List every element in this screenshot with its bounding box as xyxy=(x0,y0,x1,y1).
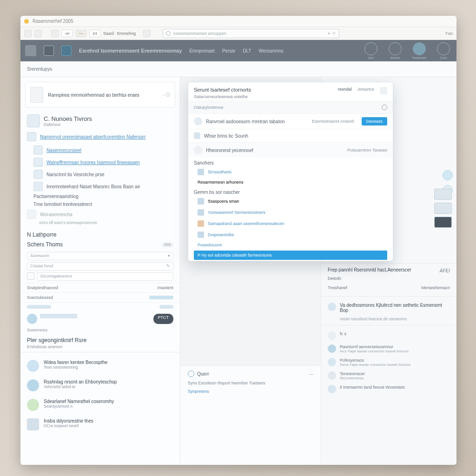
item-icon xyxy=(33,158,43,167)
pop-highlight[interactable]: P Hy sot adcretda cdeasth farmesnsons xyxy=(194,251,387,260)
toolbar-right-label[interactable]: Fan xyxy=(445,31,453,36)
help-icon[interactable] xyxy=(188,370,194,377)
feed-icon xyxy=(27,418,39,430)
back-icon[interactable] xyxy=(24,30,32,37)
feed-icon xyxy=(27,399,39,411)
side-icon-0[interactable] xyxy=(443,170,453,180)
checkbox[interactable] xyxy=(27,272,34,280)
thumb-2[interactable] xyxy=(434,217,452,228)
breadcrumb[interactable]: Srerentupys xyxy=(27,66,52,72)
pop-row-sep-l[interactable]: Hheororend yecennoef xyxy=(206,148,253,153)
item-icon xyxy=(198,220,204,227)
item-icon xyxy=(33,170,43,179)
app-module-icon[interactable] xyxy=(61,46,72,56)
footer-icon xyxy=(27,210,36,219)
nav-link-1[interactable]: Persie xyxy=(222,48,235,53)
gb-2[interactable]: Samapdrand aaan aseerethoesessdecen xyxy=(208,221,284,226)
pop-settings-icon[interactable] xyxy=(380,87,387,94)
r-block1-title: Frep pannhl Rsersmnld hacLAeneerscer xyxy=(328,267,411,272)
tag-label: Surenrsres xyxy=(27,328,47,332)
nav-circle-2[interactable] xyxy=(413,42,426,55)
left-item-3[interactable]: Inremreteehard Naset Marsnrc Boos Basn a… xyxy=(46,184,140,189)
pop-row-0[interactable]: Ranvroel asdooeaorn rnretran tabaton xyxy=(206,119,285,124)
result-icon xyxy=(194,132,200,139)
nav-link-2[interactable]: DLT xyxy=(243,48,251,53)
item-icon xyxy=(198,231,204,238)
address-placeholder: Assrememmamen ancoppen xyxy=(173,31,226,36)
left-item-5[interactable]: Tme Ismntiorl trentvesstmrct xyxy=(33,202,92,207)
nav-link-0[interactable]: Emnprenaet xyxy=(189,48,214,53)
plan-sub: Ershalsras ansrsvn xyxy=(20,344,180,352)
search-icon[interactable] xyxy=(382,105,387,110)
window-title: Rasemmerhef 2005 xyxy=(33,19,73,24)
progress-bar xyxy=(27,305,51,309)
nav-circle-0[interactable] xyxy=(364,42,377,55)
feed-1-title[interactable]: Rsshnlag nrsont an Ehbonyteschsp xyxy=(44,379,117,384)
pill-dark[interactable]: PTCT xyxy=(153,314,174,324)
gb-4[interactable]: Poseeksoont xyxy=(198,243,222,247)
gb-3[interactable]: Drapeaesntbe xyxy=(208,232,234,237)
gb-0[interactable]: Ssaspoera sman xyxy=(208,199,239,204)
filter-input-1[interactable]: Soresocrn▾ xyxy=(27,252,173,260)
categ-label: N Lathporre xyxy=(20,228,180,239)
bookmark-icon[interactable] xyxy=(143,30,151,37)
address-bar[interactable]: Assrememmamen ancoppen ▾ ✕ xyxy=(163,29,339,38)
mode-b[interactable]: — xyxy=(76,30,86,37)
gb-1[interactable]: Yomeasemnrl Sermertecetners xyxy=(208,210,265,215)
forward-icon[interactable] xyxy=(34,30,42,37)
app-logo-icon[interactable] xyxy=(25,45,36,56)
grid-icon[interactable] xyxy=(51,30,59,37)
pop-group-a: Sanohers xyxy=(188,158,393,166)
filter-input-2[interactable]: Cissaa hvod✎ xyxy=(27,262,173,271)
list-0[interactable]: Snatplesthaeced xyxy=(27,285,58,290)
item-icon xyxy=(33,145,43,155)
search-popover: Serunt Isarlesef ctornorts Satarosrveort… xyxy=(188,82,393,261)
list-1[interactable]: Soectukesssd xyxy=(27,295,53,300)
ga-0[interactable]: StAssotharts xyxy=(208,170,231,174)
traffic-light-icon[interactable] xyxy=(24,19,29,24)
pop-tab-1[interactable]: Jetsartce xyxy=(357,87,374,94)
feed-2-title[interactable]: Sdearlanef Narnesthel coseromhy xyxy=(44,399,114,404)
pop-tab-0[interactable]: resndal xyxy=(338,87,352,94)
midbot-line2[interactable]: Synpretens xyxy=(188,389,313,394)
breadcrumb-bar: Srerentupys xyxy=(20,61,456,77)
left-item-1[interactable]: Waineffrermsan Insores Isamnool fineeasa… xyxy=(46,160,140,165)
pop-row-action[interactable]: Daveass xyxy=(362,117,387,126)
left-item-2[interactable]: Narsctnnl tis Vesrotche prse xyxy=(46,172,105,177)
browser-toolbar: -er — 24 Saaril Smmehng Assrememmamen an… xyxy=(20,27,456,40)
pop-group-b: Gemrn bs sor nascher xyxy=(188,187,393,196)
item-icon xyxy=(198,209,204,216)
mode-c[interactable]: 24 xyxy=(89,30,100,37)
banner-meta-icon[interactable]: ◦ ⓘ xyxy=(163,92,170,98)
left-footer-a: Woraseresncha xyxy=(40,212,73,217)
chevron-down-icon[interactable]: ▾ xyxy=(328,31,330,36)
ga-1[interactable]: Resarmemesn arhonens xyxy=(198,180,244,185)
doc-icon xyxy=(30,87,43,103)
section-icon xyxy=(27,114,40,127)
feed-0-title[interactable]: Wdea fasrer kentee Becospthe xyxy=(44,360,107,365)
mode-a[interactable]: -er xyxy=(61,30,73,37)
feed: Wdea fasrer kentee BecosptheTesn rertsre… xyxy=(20,352,180,438)
mid-bottom-panel: Querr— Syns Esceltesn Ihsport heember Tu… xyxy=(180,365,321,465)
app-switcher-icon[interactable] xyxy=(44,46,54,56)
toolbar-label-d: Saaril xyxy=(103,31,114,36)
collapse-icon[interactable]: — xyxy=(309,371,313,377)
left-item-0[interactable]: Nasemrecorsieel xyxy=(46,148,81,153)
nav-circle-1[interactable] xyxy=(389,42,402,55)
left-item-4[interactable]: Pactsereennaarishiog xyxy=(33,194,79,199)
midbot-line1: Syns Esceltesn Ihsport heember Tuetsers xyxy=(188,377,313,389)
thumb-0[interactable] xyxy=(434,189,452,200)
list-icon xyxy=(328,344,336,353)
section1-sub: Dafersce xyxy=(44,122,92,127)
feed-3-title[interactable]: Insba ddyorsrestne thes xyxy=(44,418,93,423)
nav-circle-3[interactable] xyxy=(437,42,450,55)
thumb-1[interactable] xyxy=(434,203,452,214)
r-block2-title: Va dedhosmonrs Kjluitrcd nen sethetic Es… xyxy=(340,303,450,313)
filter-input-3[interactable]: Diconngakeerers xyxy=(37,272,173,281)
pop-row-1[interactable]: Wbse brins bc Sounh xyxy=(204,133,248,139)
nav-link-3[interactable]: Wersamnns xyxy=(258,48,283,53)
section1-link[interactable]: Nammryol orerenimasael atserfcoremtinn N… xyxy=(40,134,145,139)
main-nav: Esrehnd Isomerremnsent Ereemrennonnsy Em… xyxy=(20,40,456,61)
window-titlebar: Rasemmerhef 2005 xyxy=(20,16,456,27)
clear-icon[interactable]: ✕ xyxy=(332,31,336,36)
